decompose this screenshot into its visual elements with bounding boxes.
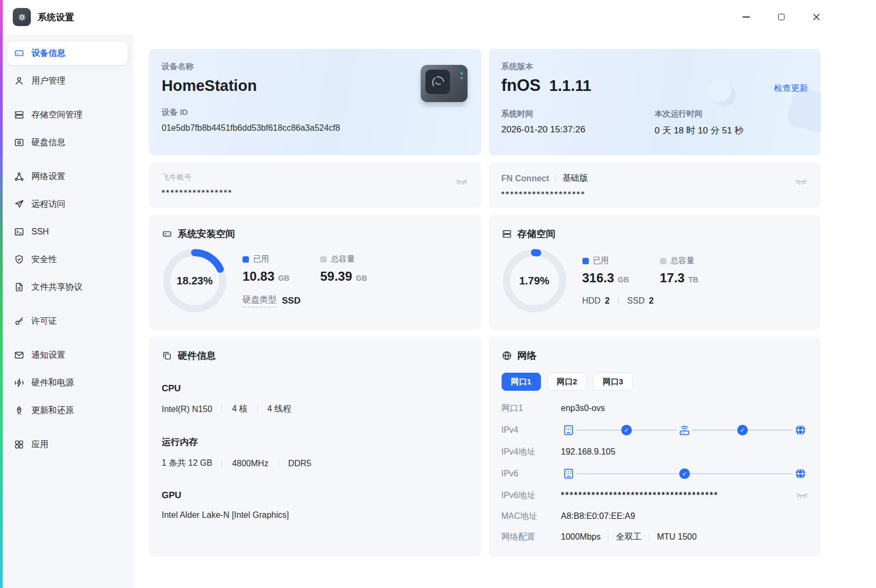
power-icon	[14, 377, 24, 388]
tab-port2[interactable]: 网口2	[547, 373, 587, 391]
disk-icon	[14, 137, 24, 148]
fn-connect-masked-value: *******************	[502, 189, 808, 198]
total-swatch-icon	[320, 256, 327, 263]
window-title: 系统设置	[38, 11, 74, 23]
sidebar-item-remote-access[interactable]: 远程访问	[7, 192, 128, 216]
gpu-label: GPU	[162, 490, 469, 501]
mac-address: A8:B8:E0:07:EE:A9	[561, 509, 808, 523]
account-masked-value: ****************	[162, 188, 469, 197]
sidebar-item-device-info[interactable]: 设备信息	[7, 41, 128, 65]
system-space-donut: 18.23%	[162, 248, 228, 314]
ipv6-address-masked: ************************************	[561, 491, 719, 500]
os-version: 1.1.11	[549, 77, 591, 95]
sidebar-item-ssh[interactable]: SSH	[7, 220, 128, 243]
sidebar-item-label: 通知设置	[31, 350, 65, 361]
used-unit: GB	[278, 274, 289, 282]
ipv4-address-label: IPv4地址	[502, 447, 561, 458]
check-icon	[679, 468, 690, 479]
sidebar-item-user-management[interactable]: 用户管理	[7, 69, 128, 93]
system-version-label: 系统版本	[502, 62, 808, 72]
check-update-link[interactable]: 检查更新	[774, 83, 808, 94]
link-line	[632, 430, 677, 431]
total-value: 59.39	[320, 269, 352, 284]
eye-off-icon[interactable]	[793, 176, 809, 188]
link-line	[692, 430, 737, 431]
ipv6-address-label: IPv6地址	[502, 490, 561, 501]
sidebar-item-security[interactable]: 安全性	[7, 248, 128, 271]
system-time: 2026-01-20 15:37:26	[502, 124, 655, 135]
network-title: 网络	[518, 349, 537, 362]
sidebar: 设备信息 用户管理 存储空间管理 硬盘信息	[0, 34, 134, 588]
system-version-card: 系统版本 fnOS 1.1.11 检查更新 系统时间 2026-01-20 15…	[489, 49, 821, 155]
os-name: fnOS	[502, 76, 541, 95]
used-value: 10.83	[243, 269, 274, 284]
sidebar-item-notification-settings[interactable]: 通知设置	[7, 343, 128, 367]
tab-port1[interactable]: 网口1	[502, 373, 541, 391]
sidebar-item-file-sharing-protocol[interactable]: 文件共享协议	[7, 275, 128, 299]
sidebar-item-hardware-power[interactable]: 硬件和电源	[7, 371, 128, 394]
eye-off-icon[interactable]	[454, 176, 470, 188]
nas-led-icon	[461, 77, 463, 79]
nas-device-image	[421, 65, 468, 106]
sidebar-item-applications[interactable]: 应用	[7, 433, 128, 456]
ipv6-label: IPv6	[502, 469, 561, 478]
drive-icon	[162, 229, 172, 239]
sidebar-item-label: 用户管理	[31, 75, 65, 87]
rocket-icon	[14, 405, 24, 416]
host-icon	[561, 423, 576, 438]
user-icon	[14, 75, 24, 86]
sidebar-item-network-settings[interactable]: 网络设置	[7, 165, 128, 188]
shield-icon	[14, 254, 24, 265]
terminal-icon	[14, 226, 24, 237]
window-accent-strip	[0, 0, 3, 588]
minimize-button[interactable]	[736, 6, 757, 28]
sidebar-item-storage-management[interactable]: 存储空间管理	[7, 103, 128, 127]
ram-speed: 4800MHz	[232, 459, 268, 468]
globe-icon	[502, 350, 512, 361]
mac-address-label: MAC地址	[502, 511, 561, 522]
system-settings-window: 系统设置 设备信息 用户管理	[0, 0, 876, 588]
device-id-label: 设备 ID	[162, 107, 469, 117]
internet-globe-icon	[793, 423, 808, 438]
sidebar-item-label: 存储空间管理	[31, 110, 82, 121]
hardware-title: 硬件信息	[178, 349, 216, 362]
check-icon	[737, 425, 748, 435]
cpu-threads: 4 线程	[268, 404, 291, 415]
sidebar-item-label: 硬件和电源	[31, 377, 74, 389]
divider	[649, 533, 649, 541]
mtu-value: MTU 1500	[657, 532, 697, 542]
used-swatch-icon	[582, 258, 589, 264]
link-speed: 1000Mbps	[561, 532, 601, 542]
ram-size: 1 条共 12 GB	[162, 458, 212, 469]
close-button[interactable]	[806, 6, 827, 28]
hardware-card: 硬件信息 CPU Intel(R) N150 4 核 4 线程 运行内存	[149, 337, 481, 557]
eye-off-icon[interactable]	[796, 492, 808, 500]
sidebar-item-label: 应用	[31, 439, 48, 450]
system-space-title: 系统安装空间	[178, 228, 235, 240]
cpu-label: CPU	[162, 383, 469, 394]
sidebar-item-disk-info[interactable]: 硬盘信息	[7, 131, 128, 154]
check-icon	[621, 425, 632, 435]
cpu-cores: 4 核	[232, 404, 247, 415]
maximize-button[interactable]	[771, 6, 792, 28]
fn-connect-card: FN Connect 基础版 *******************	[489, 162, 821, 208]
feiniu-account-card: 飞牛账号 ****************	[149, 162, 481, 208]
network-config-label: 网络配置	[502, 532, 561, 543]
bull-logo-icon	[430, 74, 446, 90]
sidebar-item-update-restore[interactable]: 更新和还原	[7, 399, 128, 422]
close-icon	[813, 13, 820, 21]
tab-port3[interactable]: 网口3	[593, 373, 632, 391]
total-unit: TB	[688, 275, 698, 284]
host-icon	[561, 466, 576, 481]
disk-type-label[interactable]: 硬盘类型	[243, 295, 277, 307]
app-gear-icon	[13, 8, 31, 26]
storage-space-percent: 1.79%	[502, 248, 568, 314]
document-icon	[14, 282, 24, 292]
sidebar-item-license[interactable]: 许可证	[7, 309, 128, 333]
hardware-icon	[162, 350, 172, 361]
sidebar-item-label: 许可证	[31, 316, 57, 327]
sidebar-item-label: 文件共享协议	[31, 282, 82, 293]
duplex-mode: 全双工	[616, 532, 641, 543]
link-line	[690, 473, 793, 474]
ipv4-topology	[561, 422, 808, 438]
